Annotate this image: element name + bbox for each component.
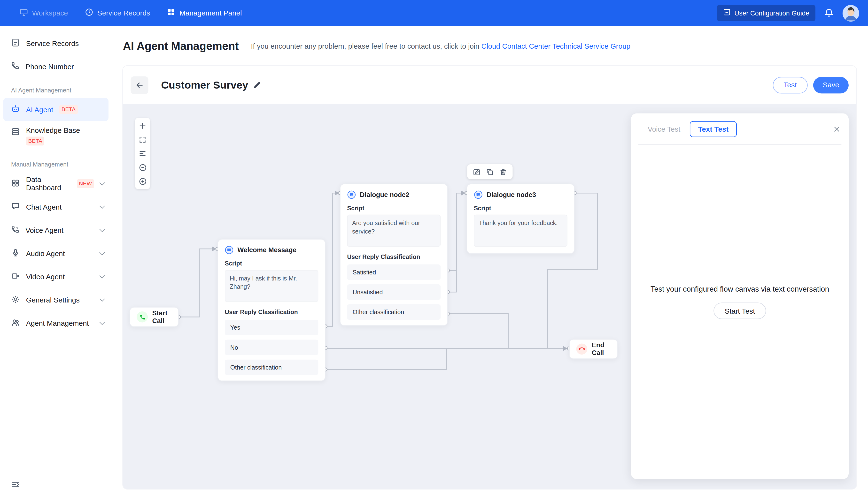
chevron-down-icon: [99, 203, 105, 209]
chat-icon: [11, 202, 20, 212]
branch-row[interactable]: Unsatisfied: [347, 284, 441, 300]
branch-row[interactable]: Other classification: [225, 360, 318, 375]
sidebar-item-label: Service Records: [26, 39, 79, 47]
document-icon: [11, 38, 20, 48]
sidebar-item-video-agent[interactable]: Video Agent: [0, 265, 112, 288]
sidebar-item-general-settings[interactable]: General Settings: [0, 288, 112, 312]
node-label: End Call: [592, 341, 610, 357]
sidebar-item-chat-agent[interactable]: Chat Agent: [0, 195, 112, 219]
chevron-down-icon: [99, 226, 105, 232]
sidebar-item-label: AI Agent: [26, 105, 53, 113]
nav-service-records[interactable]: Service Records: [84, 8, 150, 18]
sidebar-item-label: Data Dashboard: [26, 175, 71, 192]
zoom-out-icon[interactable]: [138, 163, 146, 171]
script-label: Script: [347, 205, 441, 211]
sidebar-item-service-records[interactable]: Service Records: [0, 32, 112, 55]
flow-editor-card: Customer Survey Test Save: [123, 66, 856, 489]
sidebar-item-label: Video Agent: [26, 272, 65, 281]
chevron-down-icon: [99, 296, 105, 302]
dialogue-bubble-icon: [347, 190, 356, 199]
test-panel: Voice Test Text Test Test your configure…: [631, 113, 849, 479]
script-label: Script: [474, 205, 568, 211]
phone-end-icon: [576, 343, 587, 354]
sidebar: Service Records Phone Number AI Agent Ma…: [0, 26, 112, 499]
edit-title-button[interactable]: [253, 81, 261, 89]
dialogue-bubble-icon: [474, 190, 483, 199]
classification-label: User Reply Classification: [225, 308, 318, 315]
branch-row[interactable]: Yes: [225, 320, 318, 335]
phone-start-icon: [137, 312, 148, 322]
end-call-node[interactable]: End Call: [569, 339, 618, 359]
close-icon[interactable]: [833, 125, 840, 133]
user-avatar[interactable]: [843, 4, 859, 21]
script-textarea[interactable]: Hi, may I ask if this is Mr. Zhang?: [225, 270, 318, 302]
test-panel-divider: [638, 145, 841, 145]
monitor-icon: [19, 8, 28, 18]
main-content: AI Agent Management If you encounter any…: [112, 26, 868, 499]
branch-row[interactable]: Satisfied: [347, 265, 441, 280]
sidebar-item-data-dashboard[interactable]: Data Dashboard NEW: [0, 172, 112, 195]
delete-node-icon[interactable]: [499, 168, 507, 176]
nav-workspace[interactable]: Workspace: [19, 8, 68, 18]
guide-button-label: User Configuration Guide: [734, 9, 809, 17]
classification-label: User Reply Classification: [347, 253, 441, 260]
books-icon: [11, 127, 20, 138]
users-icon: [11, 318, 20, 328]
sidebar-item-audio-agent[interactable]: Audio Agent: [0, 242, 112, 265]
fit-view-icon[interactable]: [138, 135, 146, 144]
bell-icon[interactable]: [824, 8, 834, 18]
dashboard-icon: [11, 178, 20, 189]
sidebar-item-label: Knowledge Base: [26, 126, 80, 134]
dialogue-node2[interactable]: Dialogue node2 Script Are you satisfied …: [340, 184, 448, 326]
clock-icon: [84, 8, 94, 18]
test-button[interactable]: Test: [773, 77, 808, 94]
sidebar-item-voice-agent[interactable]: Voice Agent: [0, 219, 112, 242]
plus-icon[interactable]: [138, 122, 146, 130]
zoom-in-icon[interactable]: [138, 177, 146, 185]
test-panel-description: Test your configured flow canvas via tex…: [651, 285, 829, 293]
top-navigation-bar: Workspace Service Records Management Pan…: [0, 0, 868, 26]
back-button[interactable]: [131, 76, 148, 94]
sidebar-item-knowledge-base[interactable]: Knowledge Base BETA: [0, 121, 112, 152]
new-badge: NEW: [77, 179, 94, 188]
grid-icon: [167, 8, 176, 18]
voice-phone-icon: [11, 225, 19, 235]
beta-badge: BETA: [26, 137, 44, 146]
tab-text-test[interactable]: Text Test: [690, 121, 737, 137]
phone-icon: [11, 61, 19, 71]
page-header: AI Agent Management If you encounter any…: [112, 26, 868, 66]
sidebar-item-phone-number[interactable]: Phone Number: [0, 55, 112, 78]
node-title: Dialogue node3: [487, 191, 536, 199]
script-textarea[interactable]: Thank you for your feedback.: [474, 215, 568, 247]
page-title: AI Agent Management: [123, 39, 239, 52]
edit-node-icon[interactable]: [473, 168, 480, 176]
beta-badge: BETA: [59, 105, 78, 114]
welcome-message-node[interactable]: Welcome Message Script Hi, may I ask if …: [217, 239, 325, 381]
contact-hint-text: If you encounter any problem, please fee…: [251, 42, 479, 50]
flow-toolbar: Customer Survey Test Save: [123, 66, 856, 104]
script-label: Script: [225, 260, 318, 266]
user-configuration-guide-button[interactable]: User Configuration Guide: [717, 5, 816, 21]
sidebar-item-label: Chat Agent: [26, 203, 61, 211]
chevron-down-icon: [99, 250, 105, 255]
start-call-node[interactable]: Start Call: [130, 307, 179, 327]
script-textarea[interactable]: Are you satisfied with our service?: [347, 215, 441, 247]
service-group-link[interactable]: Cloud Contact Center Technical Service G…: [481, 42, 630, 50]
branch-row[interactable]: No: [225, 340, 318, 355]
tab-voice-test[interactable]: Voice Test: [639, 121, 689, 137]
flow-title: Customer Survey: [161, 79, 248, 91]
sidebar-item-ai-agent[interactable]: AI Agent BETA: [3, 98, 108, 121]
copy-node-icon[interactable]: [486, 168, 494, 176]
nav-management-panel[interactable]: Management Panel: [167, 8, 242, 18]
node-label: Start Call: [152, 309, 172, 325]
microphone-icon: [11, 248, 20, 258]
sidebar-collapse-icon[interactable]: [11, 480, 20, 491]
sidebar-section-title: Manual Management: [0, 152, 112, 172]
dialogue-node3[interactable]: Dialogue node3 Script Thank you for your…: [467, 184, 575, 254]
save-button[interactable]: Save: [813, 77, 849, 94]
auto-layout-icon[interactable]: [138, 149, 146, 158]
start-test-button[interactable]: Start Test: [714, 303, 766, 319]
flow-canvas[interactable]: Start Call Welcome Message Script Hi, ma…: [123, 104, 856, 489]
sidebar-item-agent-management[interactable]: Agent Management: [0, 312, 112, 335]
branch-row[interactable]: Other classification: [347, 304, 441, 320]
